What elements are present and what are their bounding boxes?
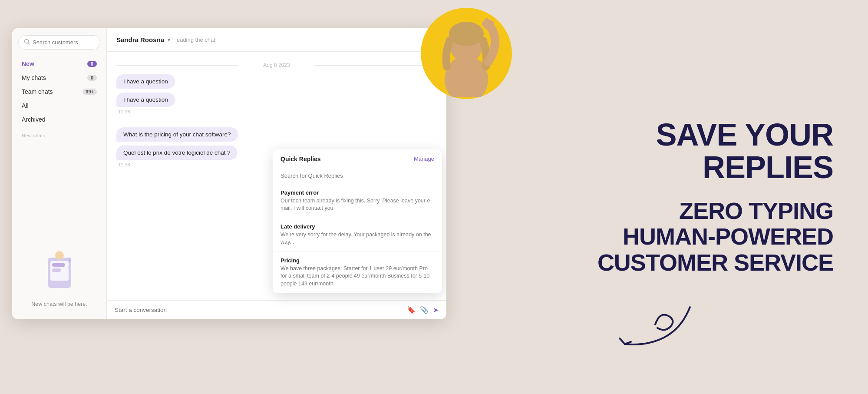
sidebar-item-teamchats[interactable]: Team chats 99+	[18, 85, 100, 98]
quick-replies-manage-button[interactable]: Manage	[414, 156, 434, 162]
promo-subtitle-block: ZERO TYPING HUMAN-POWERED CUSTOMER SERVI…	[597, 198, 833, 275]
svg-text:!: !	[68, 266, 69, 271]
svg-rect-13	[485, 18, 488, 26]
chat-input-area: 🔖 📎 ➤	[107, 300, 446, 319]
swirl-arrow-decoration	[612, 303, 699, 355]
svg-point-6	[55, 251, 64, 260]
message-time-1: 11:38	[118, 109, 437, 114]
message-bubble-1: I have a question	[116, 74, 437, 90]
sidebar-item-all-label: All	[22, 102, 29, 109]
paperclip-icon[interactable]: 📎	[420, 306, 429, 314]
quick-reply-text-1: Our tech team already is fixing this. So…	[281, 197, 434, 212]
message-text-4: Quel est le prix de votre logiciel de ch…	[116, 146, 238, 160]
promo-section: SAVE YOUR REPLIES ZERO TYPING HUMAN-POWE…	[512, 0, 868, 394]
search-input[interactable]	[33, 39, 95, 46]
promo-title-line1: SAVE YOUR REPLIES	[597, 119, 833, 184]
chat-header: Sandra Roosna ▾ leading the chat	[107, 28, 446, 52]
sidebar-section-label: New chats	[18, 127, 100, 141]
quick-replies-panel: Quick Replies Manage Payment error Our t…	[273, 149, 442, 294]
sidebar-item-teamchats-label: Team chats	[22, 88, 53, 95]
svg-line-1	[28, 43, 30, 45]
app-window: New 0 My chats 0 Team chats 99+ All Arch…	[12, 28, 446, 319]
chat-input[interactable]	[115, 307, 403, 313]
chevron-down-icon: ▾	[168, 37, 170, 43]
quick-reply-item-1[interactable]: Payment error Our tech team already is f…	[273, 184, 442, 218]
sidebar-item-new-badge: 0	[87, 61, 97, 67]
bookmark-icon[interactable]: 🔖	[407, 306, 416, 314]
sidebar-item-archived[interactable]: Archived	[18, 113, 100, 126]
chat-input-actions: 🔖 📎 ➤	[407, 306, 439, 314]
sidebar-item-mychats-label: My chats	[22, 74, 46, 81]
quick-replies-search-input[interactable]	[281, 172, 434, 179]
quick-reply-title-2: Late delivery	[281, 223, 434, 230]
message-text-3: What is the pricing of your chat softwar…	[116, 127, 238, 142]
search-box[interactable]	[18, 35, 100, 50]
svg-text:?: ?	[68, 256, 72, 263]
quick-reply-title-3: Pricing	[281, 257, 434, 264]
sidebar-item-mychats-badge: 0	[87, 75, 97, 81]
search-icon	[24, 39, 30, 46]
sidebar-item-archived-label: Archived	[22, 116, 45, 123]
quick-reply-text-2: We're very sorry for the delay. Your pac…	[281, 231, 434, 246]
sidebar-item-new-label: New	[22, 60, 34, 67]
quick-reply-text-3: We have three packages: Starter for 1 us…	[281, 265, 434, 288]
sidebar-nav: New 0 My chats 0 Team chats 99+ All Arch…	[12, 57, 106, 141]
svg-rect-5	[52, 268, 61, 272]
svg-point-11	[449, 22, 484, 46]
sidebar-bottom: ? ! New chats will be here.	[12, 141, 106, 319]
sidebar-item-new[interactable]: New 0	[18, 57, 100, 70]
contact-name: Sandra Roosna	[116, 36, 164, 43]
message-text-2: I have a question	[116, 93, 175, 107]
message-text-1: I have a question	[116, 74, 175, 89]
sidebar-item-mychats[interactable]: My chats 0	[18, 71, 100, 84]
sidebar: New 0 My chats 0 Team chats 99+ All Arch…	[12, 28, 107, 319]
send-icon[interactable]: ➤	[433, 306, 439, 314]
quick-reply-item-3[interactable]: Pricing We have three packages: Starter …	[273, 252, 442, 294]
chat-area: Sandra Roosna ▾ leading the chat Aug 8 2…	[107, 28, 446, 319]
message-bubble-3: What is the pricing of your chat softwar…	[116, 127, 437, 143]
sidebar-empty-message: New chats will be here.	[31, 301, 87, 307]
chat-status: leading the chat	[175, 36, 215, 43]
quick-reply-item-2[interactable]: Late delivery We're very sorry for the d…	[273, 218, 442, 252]
quick-replies-title: Quick Replies	[281, 156, 321, 162]
sidebar-illustration: ? !	[36, 249, 83, 297]
message-bubble-2: I have a question 11:38	[116, 93, 437, 114]
promo-text-block: SAVE YOUR REPLIES ZERO TYPING HUMAN-POWE…	[597, 119, 833, 275]
svg-rect-4	[52, 263, 65, 267]
sidebar-item-teamchats-badge: 99+	[83, 89, 97, 95]
date-divider: Aug 8 2023	[116, 62, 437, 68]
quick-replies-header: Quick Replies Manage	[273, 149, 442, 167]
quick-replies-list: Payment error Our tech team already is f…	[273, 184, 442, 294]
quick-reply-title-1: Payment error	[281, 189, 434, 196]
sidebar-item-all[interactable]: All	[18, 99, 100, 112]
quick-replies-search-box[interactable]	[273, 167, 442, 184]
avatar-circle	[421, 8, 512, 99]
